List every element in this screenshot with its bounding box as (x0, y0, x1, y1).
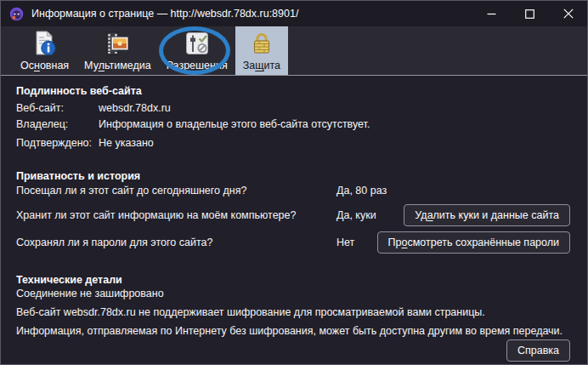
identity-row-value: Информация о владельце этого веб-сайта о… (99, 119, 370, 130)
tab-security-label: Защита (243, 60, 280, 72)
general-info-icon (31, 30, 59, 57)
privacy-answer: Да, куки (336, 210, 376, 221)
tab-media[interactable]: Мультимедиа (76, 26, 159, 75)
page-info-window-icon (9, 7, 24, 21)
minimize-icon (487, 9, 496, 19)
privacy-question: Посещал ли я этот сайт до сегодняшнего д… (16, 185, 246, 197)
identity-heading: Подлинность веб-сайта (16, 86, 142, 97)
maximize-button[interactable] (511, 1, 549, 26)
media-icon (104, 30, 131, 57)
privacy-answer: Да, 80 раз (336, 185, 387, 197)
close-icon (563, 9, 574, 19)
close-button[interactable] (549, 1, 587, 26)
technical-line: Информация, отправляемая по Интернету бе… (16, 326, 563, 337)
privacy-question: Сохранял ли я пароли для этого сайта? (16, 237, 212, 248)
identity-row-label: Владелец: (16, 119, 68, 130)
technical-line: Веб-сайт websdr.78dx.ru не поддерживает … (16, 307, 485, 318)
tab-toolbar: Основная Мультимедиа (1, 26, 587, 76)
tab-media-label: Мультимедиа (84, 60, 151, 72)
technical-heading: Технические детали (16, 275, 122, 286)
privacy-question: Хранит ли этот сайт информацию на моём к… (16, 210, 296, 221)
tab-general-label: Основная (20, 60, 69, 72)
privacy-heading: Приватность и история (16, 171, 140, 182)
security-lock-icon (248, 30, 275, 57)
tab-permissions-label: Разрешения (167, 60, 228, 72)
help-button[interactable]: Справка (506, 339, 570, 362)
security-panel: Подлинность веб-сайта Веб-сайт: websdr.7… (1, 77, 587, 365)
identity-row-value: websdr.78dx.ru (99, 103, 171, 114)
minimize-button[interactable] (472, 1, 511, 26)
tab-general[interactable]: Основная (13, 26, 76, 75)
permissions-icon (184, 30, 211, 57)
identity-row-label: Подтверждено: (16, 138, 92, 149)
clear-cookies-button[interactable]: Удалить куки и данные сайта (404, 204, 570, 226)
maximize-icon (525, 9, 534, 19)
technical-line: Соединение не зашифровано (16, 288, 164, 299)
tab-permissions[interactable]: Разрешения (159, 26, 235, 75)
identity-row-value: Не указано (99, 138, 154, 149)
window-controls (472, 1, 587, 26)
window-title: Информация о странице — http://websdr.78… (31, 8, 298, 20)
view-saved-passwords-button[interactable]: Просмотреть сохранённые пароли (377, 231, 570, 254)
titlebar: Информация о странице — http://websdr.78… (1, 1, 587, 26)
page-info-dialog: Информация о странице — http://websdr.78… (0, 0, 588, 365)
privacy-answer: Нет (336, 237, 354, 248)
tab-security[interactable]: Защита (235, 26, 288, 75)
identity-row-label: Веб-сайт: (16, 103, 64, 114)
